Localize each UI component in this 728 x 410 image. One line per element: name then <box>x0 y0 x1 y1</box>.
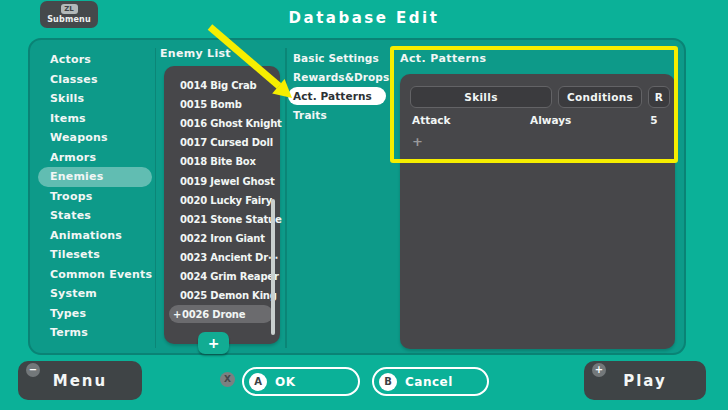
enemy-list-panel: 0014 Big Crab 0015 Bomb 0016 Ghost Knigh… <box>164 66 280 344</box>
a-button-icon: A <box>249 373 267 391</box>
pattern-skill: Attack <box>412 114 450 126</box>
column-divider <box>285 48 287 348</box>
database-edit-screen: ZL Submenu Database Edit Actors Classes … <box>0 0 728 410</box>
enemy-list-item[interactable]: 0025 Demon King <box>164 286 280 305</box>
skills-column-button[interactable]: Skills <box>410 86 552 108</box>
pattern-condition: Always <box>530 114 571 126</box>
section-item-traits[interactable]: Traits <box>288 105 392 124</box>
sidebar-item-tilesets[interactable]: Tilesets <box>38 245 152 265</box>
cancel-button-label: Cancel <box>405 375 453 389</box>
menu-button-label: Menu <box>53 372 107 390</box>
x-button-icon[interactable]: X <box>220 372 235 387</box>
pattern-rating: 5 <box>644 114 664 126</box>
enemy-list-item[interactable]: 0016 Ghost Knight <box>164 114 280 133</box>
enemy-list-item[interactable]: 0021 Stone Statue <box>164 210 280 229</box>
enemy-list-item[interactable]: 0023 Ancient Dr⋯ <box>164 248 280 267</box>
plus-button-icon: + <box>592 363 606 377</box>
minus-button-icon: − <box>26 363 40 377</box>
section-menu: Basic Settings Rewards&Drops Act. Patter… <box>288 48 392 124</box>
enemy-list-item[interactable]: 0024 Grim Reaper <box>164 267 280 286</box>
sidebar-item-items[interactable]: Items <box>38 109 152 129</box>
play-button-label: Play <box>623 372 667 390</box>
enemy-list-item[interactable]: 0014 Big Crab <box>164 76 280 95</box>
enemy-list-item[interactable]: 0020 Lucky Fairy <box>164 191 280 210</box>
enemy-list-item[interactable]: 0017 Cursed Doll <box>164 133 280 152</box>
add-pattern-button[interactable]: + <box>412 134 423 149</box>
section-item-act-patterns[interactable]: Act. Patterns <box>288 87 386 105</box>
sidebar-item-common-events[interactable]: Common Events <box>38 265 152 285</box>
enemy-list-item[interactable]: 0015 Bomb <box>164 95 280 114</box>
column-divider <box>155 48 157 348</box>
plus-icon: + <box>208 335 220 351</box>
section-item-rewards-drops[interactable]: Rewards&Drops <box>288 67 392 86</box>
page-title: Database Edit <box>0 9 728 27</box>
act-patterns-panel: Skills Conditions R Attack Always 5 + <box>400 74 675 349</box>
sidebar-item-enemies[interactable]: Enemies <box>38 167 152 187</box>
category-sidebar: Actors Classes Skills Items Weapons Armo… <box>38 50 152 343</box>
sidebar-item-classes[interactable]: Classes <box>38 70 152 90</box>
rating-column-button[interactable]: R <box>648 86 670 108</box>
b-button-icon: B <box>379 373 397 391</box>
sidebar-item-actors[interactable]: Actors <box>38 50 152 70</box>
database-window: Actors Classes Skills Items Weapons Armo… <box>28 38 686 355</box>
conditions-column-button[interactable]: Conditions <box>558 86 642 108</box>
enemy-list-item[interactable]: 0022 Iron Giant <box>164 229 280 248</box>
plus-icon: + <box>412 134 423 149</box>
ok-button-label: OK <box>275 375 296 389</box>
menu-button[interactable]: − Menu <box>18 361 142 400</box>
selected-marker-icon: + <box>173 309 182 320</box>
enemy-list-title: Enemy List <box>160 47 231 60</box>
enemy-list-item-label: 0026 Drone <box>182 309 245 320</box>
enemy-list-item-selected[interactable]: + 0026 Drone <box>169 305 273 323</box>
ok-button[interactable]: A OK <box>242 367 360 396</box>
enemy-list-item[interactable]: 0019 Jewel Ghost <box>164 171 280 190</box>
sidebar-item-animations[interactable]: Animations <box>38 226 152 246</box>
cancel-button[interactable]: B Cancel <box>372 367 489 396</box>
sidebar-item-system[interactable]: System <box>38 284 152 304</box>
enemy-list-item[interactable]: 0018 Bite Box <box>164 152 280 171</box>
sidebar-item-types[interactable]: Types <box>38 304 152 324</box>
play-button[interactable]: + Play <box>584 361 706 400</box>
action-pattern-row[interactable]: Attack Always 5 <box>400 114 675 133</box>
sidebar-item-armors[interactable]: Armors <box>38 148 152 168</box>
sidebar-item-skills[interactable]: Skills <box>38 89 152 109</box>
section-item-basic-settings[interactable]: Basic Settings <box>288 48 392 67</box>
sidebar-item-weapons[interactable]: Weapons <box>38 128 152 148</box>
add-enemy-button[interactable]: + <box>198 332 229 354</box>
detail-panel-title: Act. Patterns <box>400 52 486 65</box>
enemy-list-scrollbar[interactable] <box>271 199 275 335</box>
sidebar-item-states[interactable]: States <box>38 206 152 226</box>
sidebar-item-troops[interactable]: Troops <box>38 187 152 207</box>
sidebar-item-terms[interactable]: Terms <box>38 323 152 343</box>
